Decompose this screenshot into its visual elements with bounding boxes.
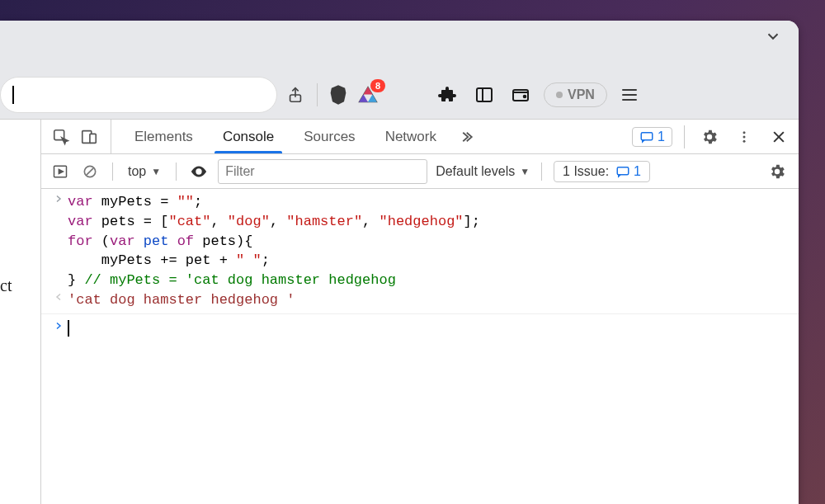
- gear-icon[interactable]: [696, 124, 723, 150]
- text-cursor: [68, 320, 69, 337]
- device-toggle-icon[interactable]: [76, 124, 102, 150]
- gear-icon[interactable]: [764, 158, 790, 185]
- vpn-button[interactable]: VPN: [544, 82, 607, 107]
- console-output-line: 'cat dog hamster hedgehog ': [41, 290, 799, 310]
- console-output: 'cat dog hamster hedgehog ': [68, 290, 790, 310]
- input-prompt-icon: [50, 192, 68, 290]
- browser-window: 8 VPN ct: [0, 21, 799, 504]
- clear-console-icon[interactable]: [79, 158, 101, 185]
- text-cursor: [12, 86, 14, 104]
- page-content-fragment: ct: [0, 120, 41, 504]
- svg-point-14: [743, 135, 746, 138]
- inspect-icon[interactable]: [48, 124, 74, 150]
- svg-point-15: [743, 139, 746, 142]
- context-selector[interactable]: top ▼: [125, 163, 164, 181]
- devtools-tabbar: Elements Console Sources Network 1: [41, 120, 799, 154]
- play-icon[interactable]: [50, 158, 71, 185]
- rewards-badge: 8: [370, 79, 385, 92]
- filter-input[interactable]: [218, 159, 427, 184]
- divider: [176, 163, 177, 181]
- tab-sources[interactable]: Sources: [290, 120, 368, 153]
- svg-marker-3: [359, 94, 368, 101]
- log-levels-selector[interactable]: Default levels ▼: [436, 164, 530, 179]
- wallet-icon[interactable]: [507, 82, 534, 108]
- menu-icon[interactable]: [617, 84, 642, 106]
- chevron-down-icon: ▼: [151, 166, 161, 177]
- brave-rewards-icon[interactable]: 8: [356, 82, 380, 107]
- messages-chip[interactable]: 1: [632, 127, 672, 147]
- tab-network[interactable]: Network: [372, 120, 450, 153]
- svg-rect-22: [617, 167, 629, 174]
- svg-marker-19: [59, 169, 63, 173]
- divider: [317, 83, 318, 106]
- close-icon[interactable]: [766, 124, 792, 150]
- brave-shield-icon[interactable]: [326, 82, 351, 107]
- extensions-group: VPN: [435, 82, 642, 108]
- svg-point-8: [524, 95, 526, 97]
- eye-icon[interactable]: [188, 158, 210, 185]
- svg-rect-11: [90, 134, 96, 143]
- address-bar[interactable]: [0, 77, 277, 113]
- svg-marker-4: [368, 94, 377, 101]
- console-toolbar: top ▼ Default levels ▼ 1 Issue:: [41, 154, 799, 189]
- tab-console[interactable]: Console: [210, 120, 287, 153]
- more-tabs-icon[interactable]: [453, 124, 479, 150]
- console-body[interactable]: var myPets = ""; var pets = ["cat", "dog…: [41, 189, 799, 504]
- console-prompt-line[interactable]: [41, 313, 799, 339]
- address-toolbar: 8 VPN: [0, 70, 799, 120]
- input-prompt-icon: [50, 319, 68, 339]
- tab-elements[interactable]: Elements: [121, 120, 206, 153]
- sidebar-toggle-icon[interactable]: [471, 82, 497, 108]
- divider: [541, 163, 542, 181]
- svg-point-13: [743, 131, 746, 134]
- tab-strip: [0, 21, 799, 70]
- vpn-label: VPN: [568, 87, 595, 102]
- output-prompt-icon: [50, 290, 68, 310]
- svg-line-21: [87, 167, 93, 174]
- kebab-icon[interactable]: [731, 124, 757, 150]
- divider: [684, 125, 685, 148]
- content-area: ct Elements Console Sources Network: [0, 120, 799, 504]
- issues-button[interactable]: 1 Issue: 1: [554, 161, 650, 182]
- chevron-down-icon[interactable]: [764, 27, 782, 45]
- svg-rect-12: [641, 132, 653, 139]
- chevron-down-icon: ▼: [520, 166, 530, 177]
- svg-rect-5: [477, 88, 492, 101]
- devtools-panel: Elements Console Sources Network 1: [41, 120, 799, 504]
- console-input-block: var myPets = ""; var pets = ["cat", "dog…: [41, 192, 799, 290]
- share-icon[interactable]: [282, 82, 309, 108]
- extensions-icon[interactable]: [435, 82, 461, 108]
- divider: [112, 163, 113, 181]
- vpn-status-dot: [556, 92, 563, 98]
